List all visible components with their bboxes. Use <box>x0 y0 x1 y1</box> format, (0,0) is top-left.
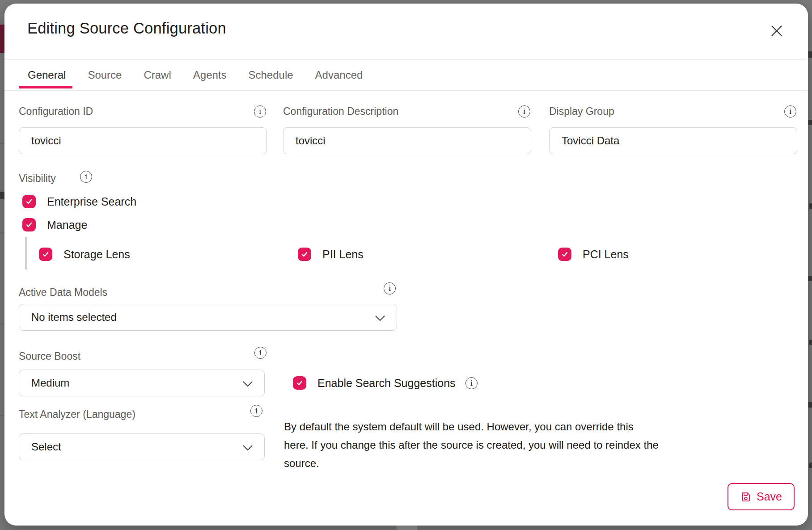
background-text-fragment <box>809 340 812 345</box>
background-text-fragment <box>809 463 812 468</box>
selected-value: Select <box>31 441 61 453</box>
background-text-fragment <box>808 51 812 58</box>
checkbox-storage-lens[interactable]: Storage Lens <box>39 248 130 261</box>
checkbox-checked-icon <box>22 195 36 208</box>
checkbox-label: Manage <box>47 219 87 231</box>
background-text-fragment <box>0 192 4 199</box>
save-button-label: Save <box>757 490 782 503</box>
info-icon[interactable]: i <box>80 171 92 183</box>
checkbox-checked-icon <box>22 218 36 231</box>
field-configuration-description: Configuration Description i <box>283 105 531 154</box>
background-text-fragment <box>808 276 812 281</box>
checkbox-enterprise-search[interactable]: Enterprise Search <box>22 195 136 208</box>
close-icon <box>770 24 783 38</box>
save-button[interactable]: Save <box>727 483 795 510</box>
display-group-label: Display Group <box>549 105 797 118</box>
checkbox-pci-lens[interactable]: PCI Lens <box>558 248 629 261</box>
background-text-fragment <box>808 402 812 408</box>
background-maroon-fragment <box>0 25 4 53</box>
chevron-down-icon <box>375 315 385 323</box>
chevron-down-icon <box>243 445 253 453</box>
checkbox-label: Enterprise Search <box>47 195 136 208</box>
active-data-models-select[interactable]: No items selected <box>19 304 397 331</box>
visibility-label: Visibility <box>19 172 56 185</box>
background-row-line <box>0 143 4 144</box>
tab-agents[interactable]: Agents <box>193 69 227 81</box>
info-icon[interactable]: i <box>518 105 530 118</box>
checkbox-checked-icon <box>558 248 571 261</box>
edit-source-configuration-modal: Editing Source Configuration General Sou… <box>4 4 808 526</box>
selected-value: Medium <box>31 377 69 389</box>
configuration-description-input[interactable] <box>283 127 531 154</box>
configuration-id-label: Configuration ID <box>19 105 267 118</box>
checkbox-enable-search-suggestions[interactable]: Enable Search Suggestions <box>293 376 456 390</box>
info-icon[interactable]: i <box>784 105 796 118</box>
background-row-line <box>0 324 4 324</box>
source-boost-select[interactable]: Medium <box>19 370 265 396</box>
info-icon[interactable]: i <box>254 347 266 359</box>
display-group-input[interactable] <box>549 127 797 154</box>
modal-title: Editing Source Configuration <box>27 20 226 37</box>
checkbox-pii-lens[interactable]: PII Lens <box>298 248 364 261</box>
tab-source[interactable]: Source <box>88 69 122 81</box>
info-icon[interactable]: i <box>465 377 478 389</box>
checkbox-manage[interactable]: Manage <box>22 218 87 231</box>
source-boost-label: Source Boost <box>19 350 80 362</box>
close-button[interactable] <box>768 22 786 40</box>
selected-value: No items selected <box>31 311 117 324</box>
checkbox-checked-icon <box>298 248 311 261</box>
checkbox-label: Storage Lens <box>63 248 130 261</box>
chevron-down-icon <box>243 381 253 389</box>
info-icon[interactable]: i <box>250 405 262 417</box>
tab-schedule[interactable]: Schedule <box>249 69 293 81</box>
checkbox-checked-icon <box>39 248 52 261</box>
configuration-description-label: Configuration Description <box>283 105 531 118</box>
tab-advanced[interactable]: Advanced <box>315 69 363 81</box>
field-configuration-id: Configuration ID i <box>19 105 267 154</box>
info-icon[interactable]: i <box>384 282 396 294</box>
checkbox-label: PCI Lens <box>583 248 629 261</box>
checkbox-checked-icon <box>293 376 306 390</box>
active-data-models-label: Active Data Models <box>19 286 107 299</box>
checkbox-label: Enable Search Suggestions <box>317 377 456 390</box>
tab-crawl[interactable]: Crawl <box>144 69 171 81</box>
info-icon[interactable]: i <box>254 105 266 118</box>
sub-options-indent-bar <box>25 237 27 269</box>
text-analyzer-help-text: By default the system default will be us… <box>284 417 660 472</box>
background-text-fragment <box>809 203 812 209</box>
text-analyzer-select[interactable]: Select <box>19 433 265 460</box>
tab-general[interactable]: General <box>28 69 66 81</box>
background-scrollbar-fragment <box>397 526 417 530</box>
text-analyzer-label: Text Analyzer (Language) <box>19 408 135 421</box>
save-floppy-icon <box>740 491 752 503</box>
background-text-fragment <box>808 120 812 125</box>
background-row-line <box>0 232 4 233</box>
field-display-group: Display Group i <box>549 105 797 154</box>
configuration-id-input[interactable] <box>19 127 267 154</box>
tab-bar: General Source Crawl Agents Schedule Adv… <box>4 60 808 91</box>
checkbox-label: PII Lens <box>322 248 364 261</box>
screen: { "modal": { "title": "Editing Source Co… <box>0 0 812 530</box>
background-row-line <box>0 415 4 416</box>
